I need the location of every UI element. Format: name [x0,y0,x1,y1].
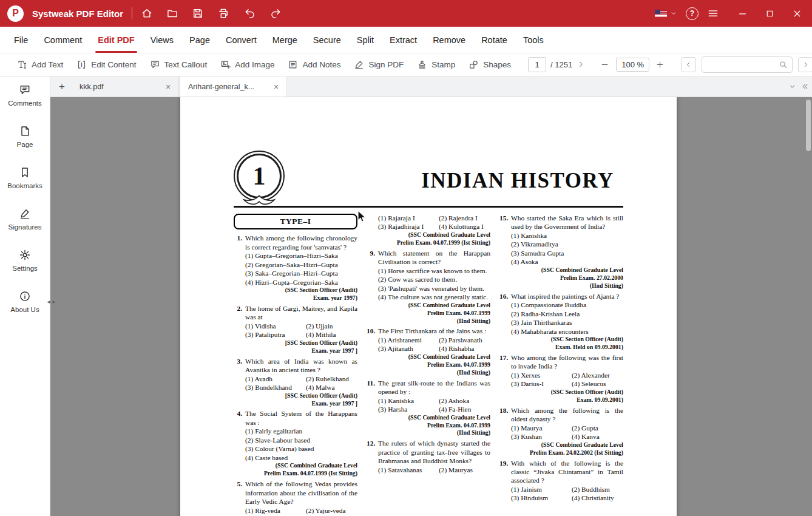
undo-button[interactable] [244,7,256,19]
option: (1) Xerxes [511,371,572,379]
question-number: 17. [499,353,511,404]
folder-open-button[interactable] [166,7,178,19]
tool-edit-content[interactable]: Edit Content [76,59,136,70]
vertical-scrollbar[interactable] [806,100,811,514]
tool-stamp[interactable]: Stamp [417,59,455,70]
menu-item-remove[interactable]: Remove [425,27,473,53]
print-button[interactable] [217,7,229,19]
menu-item-tools[interactable]: Tools [515,27,552,53]
hamburger-menu-button[interactable] [707,7,719,19]
plus-icon [655,60,665,69]
sign-pdf-icon [354,59,364,70]
option-row: (2) Radha-Krishan Leela [511,310,623,318]
option: (2) Alexander [572,371,623,379]
menu-item-views[interactable]: Views [143,27,181,53]
menu-item-page[interactable]: Page [181,27,218,53]
zoom-controls: 100 % [600,58,665,72]
tool-label: Add Text [32,60,63,69]
option-row: (3) Hinduism(4) Christianity [511,494,623,502]
question-text: The First Tirthankara of the Jains was : [378,327,490,335]
question-body: The great silk-route to the Indians was … [378,379,490,438]
sidebar-item-signatures[interactable]: Signatures [8,208,42,231]
collapse-panel-button[interactable] [801,83,809,90]
home-icon [141,7,153,19]
question-body: (1) Rajaraja I(2) Rajendra I(3) Rajadhir… [378,214,490,247]
menu-item-extract[interactable]: Extract [382,27,425,53]
us-flag-icon [655,10,667,17]
sidebar-item-label: Bookmarks [7,182,42,189]
help-button[interactable]: ? [686,7,699,20]
option: (3) Jain Thirthankaras [511,318,572,327]
zoom-out-button[interactable] [600,60,610,70]
question-number: 1. [234,234,245,302]
tool-label: Add Notes [302,60,340,69]
option-row: (3) Saka–Gregorian–Hizri–Gupta [245,269,357,277]
panel-resize-handle[interactable]: ◄► [46,300,56,305]
menu-item-comment[interactable]: Comment [36,27,90,53]
app-logo-icon: P [7,5,24,22]
option-row: (1) Kanishka(2) Ashoka [378,396,490,405]
sidebar-item-label: Page [17,141,33,148]
titlebar-quick-actions [141,7,229,19]
tab-strip-right [788,83,812,90]
sidebar-item-about-us[interactable]: About Us [10,290,39,313]
tool-sign-pdf[interactable]: Sign PDF [354,59,404,70]
redo-button[interactable] [269,7,282,19]
tool-text-callout[interactable]: Text Callout [150,59,208,70]
tab-kkk-pdf[interactable]: kkk.pdf× [71,76,179,97]
home-button[interactable] [141,7,153,19]
question-source: (SSC Combined Graduate Level [511,266,623,274]
tool-add-text[interactable]: Add Text [17,59,63,70]
menu-item-rotate[interactable]: Rotate [473,27,515,53]
sidebar-item-page[interactable]: Page [17,125,33,148]
tool-add-image[interactable]: Add Image [220,59,274,70]
language-selector[interactable] [655,10,677,17]
new-tab-button[interactable]: + [55,80,69,94]
option-row: (3) 'Pashupati' was venerated by them. [378,284,490,293]
minus-icon [600,60,609,69]
question-body: Which statement on the Harappan Civilisa… [378,249,490,325]
sidebar-item-bookmarks[interactable]: Bookmarks [7,166,42,189]
option-row: (1) Rajaraja I(2) Rajendra I [378,214,490,222]
tab-arihant-general-k[interactable]: Arihant-general_k...× [179,76,287,97]
question-number: 2. [234,304,245,355]
close-button[interactable] [792,8,802,19]
scrollbar-thumb[interactable] [806,100,811,151]
zoom-in-button[interactable] [655,60,665,70]
close-tab-icon[interactable]: × [272,82,280,92]
menu-item-convert[interactable]: Convert [218,27,265,53]
menu-item-secure[interactable]: Secure [305,27,349,53]
window-controls [737,8,802,19]
tool-shapes[interactable]: Shapes [469,59,511,70]
search-icon [779,60,788,69]
page-number-input[interactable] [528,57,546,72]
sidebar-item-settings[interactable]: Settings [12,249,38,272]
tool-add-notes[interactable]: Add Notes [288,59,340,70]
question-source: (SSC Combined Graduate Level [378,302,490,310]
pdf-page[interactable]: 1 INDIAN HISTORY TYPE–I1.Which among the… [180,97,677,516]
save-button[interactable] [192,7,204,19]
question-body: Who among the following was the first to… [511,353,623,404]
option-row: (1) Rig-veda(2) Yajur-veda [245,506,357,515]
document-area[interactable]: 1 INDIAN HISTORY TYPE–I1.Which among the… [50,97,812,516]
question-number: 12. [367,439,378,474]
sidebar-item-comments[interactable]: Comments [8,84,42,107]
find-next-button[interactable] [798,57,812,72]
maximize-icon [765,8,775,19]
menu-item-edit-pdf[interactable]: Edit PDF [90,27,142,53]
option: (4) Rishabha [439,344,490,353]
menu-item-merge[interactable]: Merge [265,27,305,53]
close-tab-icon[interactable]: × [164,82,172,92]
question-source: Exam. year 1997 ] [245,400,357,408]
menu-item-split[interactable]: Split [349,27,382,53]
maximize-button[interactable] [765,8,775,19]
find-previous-button[interactable] [681,57,696,72]
next-page-button[interactable] [577,60,586,69]
option-row: (3) Jain Thirthankaras [511,318,623,327]
tab-overflow-button[interactable] [788,83,796,90]
minimize-button[interactable] [737,8,748,19]
tab-list: kkk.pdf×Arihant-general_k...× [71,76,287,97]
question-source: Exam. Held on 09.09.2001) [511,344,623,351]
main-area: CommentsPageBookmarksSignaturesSettingsA… [0,76,812,516]
menu-item-file[interactable]: File [6,27,36,53]
